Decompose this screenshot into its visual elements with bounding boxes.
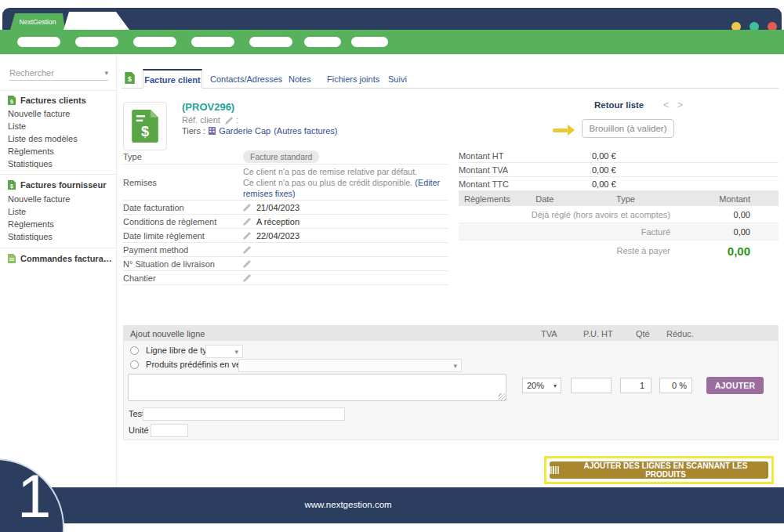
row-value: 0,00 € xyxy=(592,179,616,189)
table-row-chantier: Chantier xyxy=(123,271,448,285)
app-window: NextGestion Rechercher ▾ $ Factures clie… xyxy=(0,0,784,532)
resize-grip[interactable] xyxy=(499,393,506,400)
menu-placeholder-1[interactable] xyxy=(17,37,60,47)
row-label: Montant TVA xyxy=(459,165,592,175)
menu-placeholder-7[interactable] xyxy=(351,37,388,47)
tab-fichiers-joints[interactable]: Fichiers joints xyxy=(327,74,379,84)
sidebar-item-fournisseur-reglements[interactable]: Règlements xyxy=(8,219,54,229)
menu-placeholder-2[interactable] xyxy=(75,37,118,47)
row-value: 22/04/2023 xyxy=(256,231,299,241)
line-description-textarea[interactable] xyxy=(128,374,506,401)
scan-products-label: AJOUTER DES LIGNES EN SCANNANT LES PRODU… xyxy=(563,461,768,479)
table-row-date-facturation: Date facturation 21/04/2023 xyxy=(123,201,448,215)
edit-pencil-icon[interactable] xyxy=(243,273,252,282)
row-label: Payment method xyxy=(123,245,243,255)
chevron-down-icon: ▾ xyxy=(554,382,557,389)
menu-placeholder-5[interactable] xyxy=(249,37,292,47)
sidebar-item-nouvelle-facture[interactable]: Nouvelle facture xyxy=(8,109,71,118)
main-menu-bar xyxy=(0,30,784,55)
tiers-label: Tiers : xyxy=(182,126,205,136)
tab-notes[interactable]: Notes xyxy=(289,74,311,84)
status-badge-draft[interactable]: Brouillon (à valider) xyxy=(582,119,674,138)
edit-pencil-icon[interactable] xyxy=(243,203,252,212)
add-line-header: Ajout nouvelle ligne TVA P.U. HT Qté Réd… xyxy=(124,326,778,341)
row-montant-ttc: Montant TTC 0,00 € xyxy=(459,177,779,191)
sidebar-section-factures-fournisseur[interactable]: $ Factures fournisseur xyxy=(8,180,106,190)
col-reduc: Réduc. xyxy=(666,329,694,338)
sidebar-item-fournisseur-nouvelle-facture[interactable]: Nouvelle facture xyxy=(8,194,71,204)
edit-pencil-icon[interactable] xyxy=(243,259,252,268)
tiers-link[interactable]: Garderie Cap xyxy=(219,126,270,136)
col-reglements: Règlements xyxy=(459,194,510,204)
highlight-frame: AJOUTER DES LIGNES EN SCANNANT LES PRODU… xyxy=(544,456,774,484)
edit-pencil-icon[interactable] xyxy=(243,231,252,240)
test-input[interactable] xyxy=(143,407,345,421)
tab-contacts-adresses[interactable]: Contacts/Adresses xyxy=(210,74,282,84)
row-label: Type xyxy=(123,152,243,161)
row-label: Montant HT xyxy=(459,151,592,161)
prev-chevron-icon[interactable]: < xyxy=(663,100,669,110)
row-reste-a-payer: Reste à payer 0,00 xyxy=(459,241,779,261)
radio-free-line-row: Ligne libre de type xyxy=(130,346,216,355)
radio-products[interactable] xyxy=(130,360,139,369)
highlight-arrow-icon xyxy=(553,125,575,136)
remises-text: Ce client n'a pas de remise relative par… xyxy=(243,166,445,199)
product-select[interactable]: ▾ xyxy=(238,359,462,372)
pu-ht-input[interactable] xyxy=(571,378,612,393)
divider xyxy=(0,248,116,248)
search-input[interactable]: Rechercher ▾ xyxy=(9,65,108,81)
row-value: 0,00 xyxy=(670,227,779,237)
sidebar-item-liste-modeles[interactable]: Liste des modèles xyxy=(8,134,78,143)
next-chevron-icon[interactable]: > xyxy=(677,100,683,110)
browser-tab-blank[interactable] xyxy=(64,12,129,30)
row-label: Montant TTC xyxy=(459,179,592,189)
ref-client-row: Réf. client : xyxy=(182,115,238,125)
tabs-underline xyxy=(122,88,779,89)
divider xyxy=(0,174,116,175)
scan-products-button[interactable]: AJOUTER DES LIGNES EN SCANNANT LES PRODU… xyxy=(550,461,768,479)
row-value: 21/04/2023 xyxy=(256,203,299,212)
free-line-type-select[interactable]: ▾ xyxy=(205,345,243,358)
invoice-thumbnail-card: $ xyxy=(123,102,167,150)
back-to-list-link[interactable]: Retour liste xyxy=(594,100,654,110)
menu-placeholder-3[interactable] xyxy=(133,37,176,47)
tva-select[interactable]: 20% ▾ xyxy=(522,378,561,393)
edit-pencil-icon[interactable] xyxy=(225,116,234,125)
table-row-conditions: Conditions de règlement A réception xyxy=(123,215,448,229)
unit-input[interactable] xyxy=(151,424,188,437)
sidebar-item-liste[interactable]: Liste xyxy=(8,121,26,131)
radio-products-row: Produits prédéfinis en vente xyxy=(130,360,252,369)
edit-pencil-icon[interactable] xyxy=(243,217,252,226)
table-row-type: Type Facture standard xyxy=(123,149,448,165)
table-row-payment-method: Payment method xyxy=(123,243,448,257)
sidebar-item-reglements[interactable]: Règlements xyxy=(8,147,54,156)
radio-free-line[interactable] xyxy=(130,346,139,355)
tab-facture-client[interactable]: Facture client xyxy=(143,69,202,89)
brand-tab[interactable]: NextGestion xyxy=(10,13,65,30)
tab-suivi[interactable]: Suivi xyxy=(388,74,407,84)
invoice-icon: $ xyxy=(8,180,16,190)
tiers-row: Tiers : Garderie Cap (Autres factures) xyxy=(182,126,338,136)
row-value: 0,00 xyxy=(670,210,779,219)
section-title: Factures fournisseur xyxy=(20,180,106,190)
menu-placeholder-4[interactable] xyxy=(191,37,234,47)
sidebar-item-fournisseur-statistiques[interactable]: Statistiques xyxy=(8,232,53,241)
sidebar-item-statistiques[interactable]: Statistiques xyxy=(8,159,53,168)
col-type: Type xyxy=(579,194,672,204)
ajouter-button[interactable]: AJOUTER xyxy=(706,377,764,394)
tva-value: 20% xyxy=(527,381,544,390)
sidebar-section-commandes[interactable]: Commandes factura… xyxy=(8,254,112,263)
sidebar-item-fournisseur-liste[interactable]: Liste xyxy=(8,207,26,216)
type-badge: Facture standard xyxy=(243,150,319,163)
col-qte: Qté xyxy=(636,329,650,338)
reduc-input[interactable] xyxy=(659,378,692,393)
invoice-icon: $ xyxy=(8,96,16,105)
menu-placeholder-6[interactable] xyxy=(304,37,341,47)
unit-label: Unité xyxy=(129,425,149,435)
edit-pencil-icon[interactable] xyxy=(243,245,252,254)
amounts-table: Montant HT 0,00 € Montant TVA 0,00 € Mon… xyxy=(459,149,779,261)
sidebar-section-factures-clients[interactable]: $ Factures clients xyxy=(8,96,86,105)
qty-input[interactable] xyxy=(620,378,652,393)
remises-line1: Ce client n'a pas de remise relative par… xyxy=(243,167,417,176)
row-label: Facturé xyxy=(641,227,670,237)
